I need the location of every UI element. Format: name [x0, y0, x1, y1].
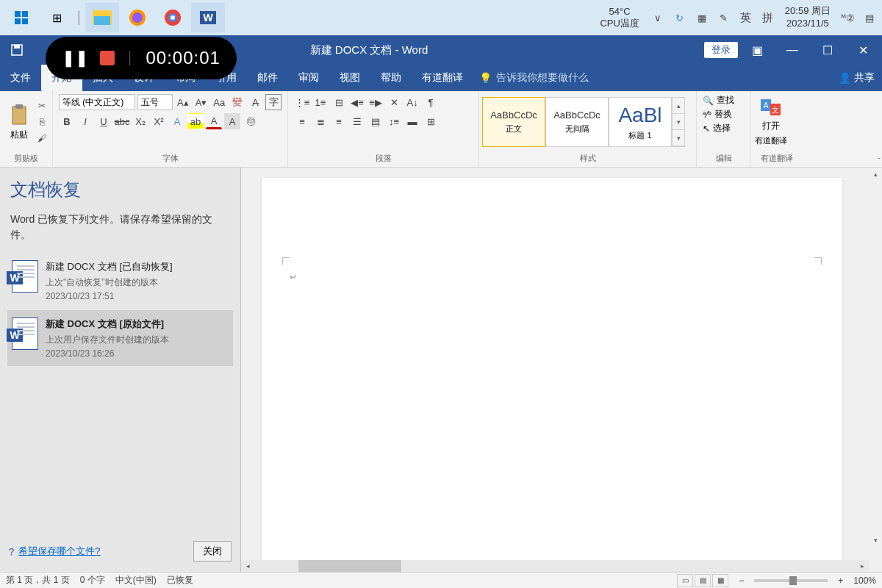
borders-button[interactable]: ⊞ [423, 113, 439, 129]
show-hide-marks-button[interactable]: ¶ [423, 94, 439, 110]
bullets-button[interactable]: ⋮≡ [294, 94, 310, 110]
start-button[interactable] [4, 3, 38, 32]
line-spacing-button[interactable]: ↕≡ [386, 113, 402, 129]
taskbar-app-word[interactable]: W [191, 3, 225, 32]
styles-scroll[interactable]: ▴▾▾ [672, 97, 685, 147]
view-web-layout[interactable]: ▦ [712, 574, 728, 587]
align-distributed-button[interactable]: ▤ [368, 113, 384, 129]
strikethrough-button[interactable]: abc [114, 113, 130, 129]
zoom-out-button[interactable]: − [739, 576, 744, 586]
youdao-open-button[interactable]: A文 打开 有道翻译 [754, 93, 788, 151]
view-print-layout[interactable]: ▤ [695, 574, 711, 587]
find-button[interactable]: 🔍查找 [703, 94, 745, 107]
style-no-spacing[interactable]: AaBbCcDc 无间隔 [545, 97, 609, 147]
tab-help[interactable]: 帮助 [370, 65, 412, 91]
change-case-button[interactable]: Aa [211, 94, 227, 110]
taskbar-clock[interactable]: 20:59 周日 2023/11/5 [785, 5, 831, 30]
taskbar-app-firefox[interactable] [121, 3, 154, 32]
enclose-char-button[interactable]: 字 [265, 94, 282, 110]
style-normal[interactable]: AaBbCcDc 正文 [482, 97, 545, 147]
tray-monitor-icon[interactable]: ᴹ② [839, 10, 856, 26]
sort-button[interactable]: A↓ [404, 94, 420, 110]
font-size-select[interactable] [137, 94, 173, 110]
tray-chevron-icon[interactable]: ∨ [650, 10, 666, 26]
recovery-help-link[interactable]: ? 希望保存哪个文件? [9, 545, 100, 558]
styles-gallery[interactable]: AaBbCcDc 正文 AaBbCcDc 无间隔 AaBl 标题 1 ▴▾▾ [482, 97, 685, 147]
tray-app-icon[interactable]: ▦ [694, 10, 710, 26]
quick-access-save[interactable] [0, 35, 34, 65]
tray-sync-icon[interactable]: ↻ [672, 10, 688, 26]
select-button[interactable]: ↖选择 [703, 122, 745, 135]
style-heading1[interactable]: AaBl 标题 1 [609, 97, 672, 147]
horizontal-scrollbar[interactable]: ◂ ▸ [241, 560, 869, 572]
character-border-button[interactable]: ㊞ [243, 113, 259, 129]
font-family-select[interactable] [59, 94, 135, 110]
tab-file[interactable]: 文件 [0, 65, 41, 91]
notification-center-icon[interactable]: ▤ [861, 10, 878, 26]
document-page[interactable]: ↵ [262, 178, 842, 560]
decrease-indent-button[interactable]: ◀≡ [349, 94, 365, 110]
close-button[interactable]: ✕ [847, 35, 879, 65]
ribbon-display-options[interactable]: ▣ [741, 35, 773, 65]
tab-mailings[interactable]: 邮件 [247, 65, 288, 91]
hscroll-thumb[interactable] [298, 560, 401, 572]
scroll-right-arrow[interactable]: ▸ [856, 560, 869, 572]
status-page[interactable]: 第 1 页，共 1 页 [6, 574, 70, 587]
tab-view[interactable]: 视图 [329, 65, 370, 91]
copy-button[interactable]: ⎘ [35, 115, 49, 129]
collapse-ribbon-button[interactable]: ˇ [878, 157, 881, 165]
highlight-button[interactable]: ab [187, 113, 204, 129]
asian-layout-button[interactable]: ✕ [386, 94, 402, 110]
recovery-item-autorecovered[interactable]: 新建 DOCX 文档 [已自动恢复] 上次"自动恢复"时创建的版本 2023/1… [7, 253, 233, 309]
login-button[interactable]: 登录 [704, 42, 738, 58]
maximize-button[interactable]: ☐ [811, 35, 844, 65]
clear-formatting-button[interactable]: A̶ [248, 94, 264, 110]
scroll-down-arrow[interactable]: ▾ [869, 534, 882, 547]
recovery-close-button[interactable]: 关闭 [193, 541, 232, 562]
share-button[interactable]: 👤 共享 [839, 71, 875, 85]
italic-button[interactable]: I [77, 113, 93, 129]
taskbar-app-chrome[interactable] [156, 3, 190, 32]
multilevel-list-button[interactable]: ⊟ [331, 94, 347, 110]
status-word-count[interactable]: 0 个字 [80, 574, 105, 587]
screen-recorder-overlay[interactable]: ❚❚ │ 00:00:01 [46, 37, 237, 79]
paste-button[interactable]: 粘贴 [3, 93, 35, 151]
numbering-button[interactable]: 1≡ [312, 94, 329, 110]
replace-button[interactable]: ᵃ⁄ᵇ替换 [703, 108, 745, 121]
superscript-button[interactable]: X² [151, 113, 167, 129]
increase-indent-button[interactable]: ≡▶ [368, 94, 384, 110]
text-effects-button[interactable]: A [169, 113, 185, 129]
phonetic-guide-button[interactable]: 變 [229, 94, 245, 110]
font-color-button[interactable]: A [206, 113, 222, 129]
recorder-pause-button[interactable]: ❚❚ [62, 49, 88, 68]
zoom-in-button[interactable]: + [838, 576, 843, 586]
shading-button[interactable]: ▬ [404, 113, 420, 129]
bold-button[interactable]: B [59, 113, 75, 129]
subscript-button[interactable]: X₂ [132, 113, 148, 129]
status-language[interactable]: 中文(中国) [115, 574, 157, 587]
vertical-scrollbar[interactable]: ▴ ▾ [869, 168, 882, 560]
zoom-level[interactable]: 100% [853, 576, 876, 586]
ime-mode[interactable]: 拼 [760, 10, 776, 26]
taskbar-app-explorer[interactable] [85, 3, 119, 32]
recorder-stop-button[interactable] [100, 51, 115, 65]
tell-me-search[interactable]: 💡 告诉我你想要做什么 [479, 71, 589, 85]
scroll-left-arrow[interactable]: ◂ [241, 560, 254, 572]
underline-button[interactable]: U [96, 113, 112, 129]
scroll-up-arrow[interactable]: ▴ [869, 168, 882, 181]
shrink-font-button[interactable]: A▾ [193, 94, 209, 110]
align-left-button[interactable]: ≡ [294, 113, 310, 129]
tray-pen-icon[interactable]: ✎ [716, 10, 732, 26]
ime-language[interactable]: 英 [738, 10, 754, 26]
grow-font-button[interactable]: A▴ [175, 94, 191, 110]
align-right-button[interactable]: ≡ [331, 113, 347, 129]
recovery-item-original[interactable]: 新建 DOCX 文档 [原始文件] 上次用户保存文件时创建的版本 2023/10… [7, 310, 233, 366]
align-center-button[interactable]: ≣ [312, 113, 329, 129]
tab-review[interactable]: 审阅 [288, 65, 329, 91]
format-painter-button[interactable]: 🖌 [35, 131, 49, 146]
zoom-slider[interactable] [754, 579, 828, 582]
tab-youdao[interactable]: 有道翻译 [412, 65, 473, 91]
character-shading-button[interactable]: A [224, 113, 240, 129]
view-read-mode[interactable]: ▭ [677, 574, 693, 587]
align-justify-button[interactable]: ☰ [349, 113, 365, 129]
